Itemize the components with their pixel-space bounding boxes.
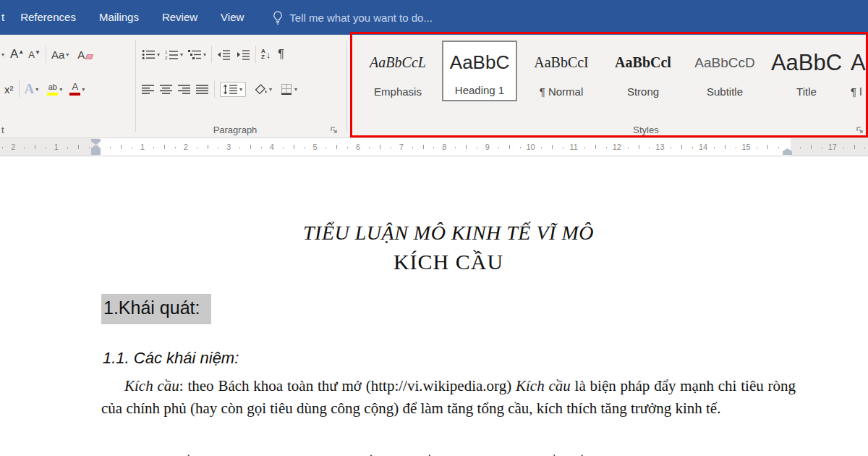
dropdown-arrow-icon: ▾ — [35, 86, 38, 93]
dropdown-arrow-icon: ▾ — [82, 86, 85, 93]
align-left-button[interactable] — [142, 84, 155, 95]
decrease-indent-icon — [217, 49, 231, 60]
style-next-partial[interactable]: A ¶ l — [851, 41, 868, 101]
multilevel-list-icon — [188, 49, 202, 60]
style-label: Emphasis — [374, 85, 422, 98]
style-label: ¶ l — [851, 85, 862, 98]
superscript-button[interactable]: x² — [4, 83, 14, 96]
tab-view[interactable]: View — [209, 0, 255, 35]
increase-indent-icon — [237, 49, 250, 60]
align-right-button[interactable] — [178, 84, 191, 95]
style-label: Subtitle — [707, 85, 743, 98]
styles-group-label: Styles — [352, 124, 868, 135]
style-label: Heading 1 — [455, 84, 504, 96]
shading-button[interactable]: ▾ — [255, 84, 272, 95]
pilcrow-glyph: ¶ — [278, 48, 284, 61]
line-spacing-icon — [224, 84, 238, 95]
align-center-button[interactable] — [160, 84, 173, 95]
lightbulb-icon — [273, 11, 283, 25]
svg-text:2: 2 — [165, 56, 168, 60]
style-preview: AaBbCcD — [694, 41, 754, 85]
borders-icon — [281, 83, 293, 95]
style-normal[interactable]: AaBbCcI ¶ Normal — [524, 41, 599, 101]
separator — [19, 80, 20, 98]
multilevel-list-button[interactable]: ▾ — [188, 49, 206, 60]
word-window: t References Mailings Review View Tell m… — [0, 0, 868, 456]
show-hide-pilcrow-button[interactable]: ¶ — [278, 48, 284, 61]
ribbon-tab-bar: t References Mailings Review View Tell m… — [0, 0, 868, 35]
style-preview: AaBbCcl — [615, 41, 671, 85]
change-case-letters: Aa — [51, 48, 64, 61]
style-label: Strong — [627, 85, 659, 98]
bullets-button[interactable]: ▾ — [142, 49, 160, 60]
tab-mailings[interactable]: Mailings — [88, 0, 150, 35]
document-canvas[interactable]: TIỂU LUẬN MÔ KINH TẾ VĨ MÔ KÍCH CẦU 1.Kh… — [0, 156, 868, 456]
sort-z-letter: Z — [261, 54, 265, 60]
style-strong[interactable]: AaBbCcl Strong — [605, 41, 681, 101]
clear-format-letter: A — [77, 48, 85, 61]
paragraph-dialog-launcher[interactable] — [330, 124, 340, 135]
document-column: TIỂU LUẬN MÔ KINH TẾ VĨ MÔ KÍCH CẦU 1.Kh… — [101, 156, 796, 456]
dropdown-arrow-icon: ▾ — [239, 86, 242, 93]
align-left-icon — [142, 84, 155, 95]
tab-review[interactable]: Review — [150, 0, 209, 35]
group-divider — [346, 41, 347, 132]
change-case-button[interactable]: Aa▾ — [51, 48, 69, 61]
numbering-button[interactable]: 12▾ — [165, 49, 183, 60]
eraser-icon — [85, 54, 94, 59]
paragraph-segment: : theo Bách khoa toàn thư mở (http://vi.… — [179, 377, 516, 394]
sort-arrow-icon: ↓ — [266, 49, 271, 60]
style-title[interactable]: AaBbC Title — [769, 41, 844, 101]
shrink-font-letter: A — [28, 49, 35, 60]
justify-button[interactable] — [196, 84, 209, 95]
separator — [214, 80, 215, 98]
sort-button[interactable]: AZ↓ — [261, 48, 271, 60]
style-emphasis[interactable]: AaBbCcL Emphasis — [360, 41, 435, 101]
bullets-icon — [142, 49, 156, 60]
text-effects-button[interactable]: A▾ — [25, 81, 39, 97]
font-color-letter: A — [72, 83, 78, 91]
text-effects-letter: A — [25, 81, 35, 97]
font-color-button[interactable]: A▾ — [69, 83, 85, 96]
tell-me-label: Tell me what you want to do... — [289, 12, 433, 24]
doc-paragraph: Kích cầu: theo Bách khoa toàn thư mở (ht… — [101, 375, 796, 420]
tell-me-box[interactable]: Tell me what you want to do... — [273, 11, 433, 25]
grow-font-button[interactable]: A▲ — [10, 47, 24, 62]
ruler[interactable]: 2112345678910111213141517 — [0, 138, 868, 156]
style-subtitle[interactable]: AaBbCcD Subtitle — [687, 41, 762, 101]
tab-references[interactable]: References — [9, 0, 88, 35]
clear-formatting-button[interactable]: A — [77, 48, 93, 61]
paragraph-segment: Kích cầu — [516, 377, 571, 394]
style-preview: AaBbC — [771, 41, 842, 85]
increase-indent-button[interactable] — [237, 49, 250, 60]
numbering-icon: 12 — [165, 49, 179, 60]
separator — [46, 46, 46, 63]
dropdown-arrow-icon: ▾ — [59, 86, 62, 93]
dropdown-arrow-icon: ▾ — [180, 51, 183, 58]
font-size-dropdown-partial[interactable]: ▾ — [1, 51, 4, 58]
shrink-font-button[interactable]: A▼ — [28, 49, 41, 60]
doc-next-line-partial: Gói kích cầu thường được sử dụng khi nền… — [101, 450, 796, 456]
left-indent-marker[interactable] — [91, 151, 101, 155]
styles-dialog-launcher[interactable] — [856, 124, 866, 135]
line-spacing-button[interactable]: ▾ — [220, 82, 246, 97]
tab-layout-partial[interactable]: t — [0, 0, 9, 35]
style-preview: AaBbCcI — [534, 41, 589, 85]
doc-heading-1-selected: 1.Khái quát: — [101, 294, 211, 324]
highlight-color-bar — [47, 93, 58, 96]
style-label: Title — [796, 85, 817, 98]
text-highlight-button[interactable]: ab▾ — [47, 83, 62, 96]
font-color-bar — [69, 93, 80, 96]
ribbon: ▾ A▲ A▼ Aa▾ A x² A▾ ab▾ — [0, 35, 868, 138]
align-center-icon — [160, 84, 173, 95]
dropdown-arrow-icon: ▾ — [66, 51, 69, 58]
align-right-icon — [178, 84, 191, 95]
borders-button[interactable]: ▾ — [281, 83, 297, 95]
doc-title-line1: TIỂU LUẬN MÔ KINH TẾ VĨ MÔ — [101, 221, 796, 245]
style-preview: A — [851, 41, 866, 85]
group-divider — [135, 41, 136, 132]
dropdown-arrow-icon: ▾ — [157, 51, 160, 58]
decrease-indent-button[interactable] — [217, 49, 231, 60]
style-heading-1[interactable]: AaBbC Heading 1 — [442, 41, 517, 101]
grow-font-letter: A — [10, 47, 18, 62]
